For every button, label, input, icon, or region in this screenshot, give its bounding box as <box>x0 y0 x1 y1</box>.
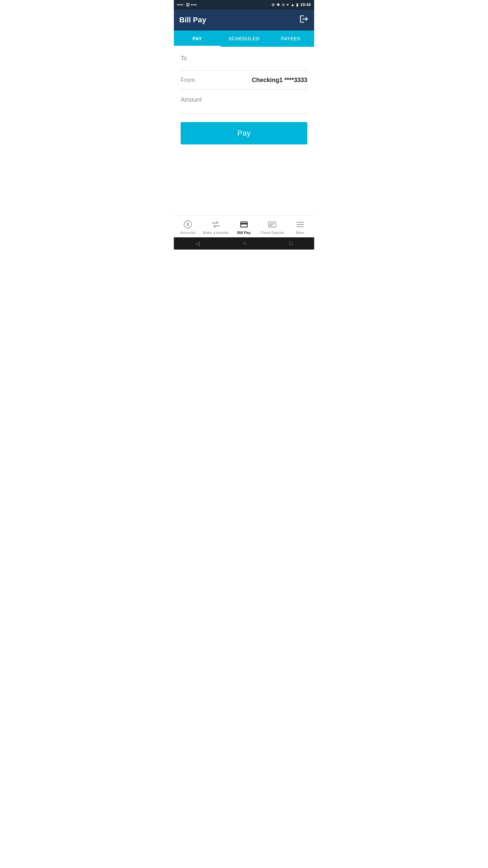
form-section: To From Checking1 ****3333 Amount <box>174 47 314 114</box>
more-label: More <box>296 231 304 235</box>
tab-scheduled[interactable]: SCHEDULED <box>221 31 267 47</box>
billpay-icon <box>240 220 248 229</box>
tab-bar: PAY SCHEDULED PAYEES <box>174 31 314 47</box>
to-field[interactable]: To <box>181 47 307 71</box>
photo-icon: 🖼 <box>186 3 190 7</box>
from-value: Checking1 ****3333 <box>252 77 307 84</box>
nav-checkdeposit[interactable]: Check Deposit <box>258 218 286 236</box>
billpay-label: Bill Pay <box>237 231 251 235</box>
signal-dots2 <box>191 4 197 5</box>
nav-accounts[interactable]: $ Accounts <box>174 218 202 236</box>
recent-button[interactable]: □ <box>289 240 293 246</box>
status-bar-left: 🖼 <box>177 3 197 7</box>
home-button[interactable]: ○ <box>243 240 246 246</box>
status-time: 10:44 <box>300 2 311 7</box>
status-bar-right: ⊕ ✱ ⊖ ▾ ▲ ▮ 10:44 <box>271 2 311 7</box>
system-bar: ◁ ○ □ <box>174 237 314 250</box>
from-field[interactable]: From Checking1 ****3333 <box>181 71 307 90</box>
checkdeposit-icon <box>268 220 277 229</box>
back-button[interactable]: ◁ <box>196 240 200 247</box>
svg-rect-2 <box>268 222 276 227</box>
signal-icon: ▲ <box>290 2 294 7</box>
status-bar: 🖼 ⊕ ✱ ⊖ ▾ ▲ ▮ 10:44 <box>174 0 314 9</box>
page-title: Bill Pay <box>179 16 206 24</box>
bottom-nav: $ Accounts Make a transfer Bill Pay <box>174 215 314 237</box>
wifi-icon: ▾ <box>287 2 289 7</box>
amount-field[interactable]: Amount <box>181 90 307 114</box>
nav-transfer[interactable]: Make a transfer <box>202 218 230 236</box>
accounts-label: Accounts <box>180 231 196 235</box>
battery-icon: ▮ <box>296 2 299 7</box>
nav-more[interactable]: More <box>286 218 314 236</box>
transfer-label: Make a transfer <box>203 231 229 235</box>
header: Bill Pay <box>174 9 314 31</box>
to-label: To <box>181 55 187 62</box>
amount-label: Amount <box>181 96 202 103</box>
svg-text:$: $ <box>187 222 189 227</box>
signal-dots <box>177 4 185 5</box>
from-label: From <box>181 77 195 84</box>
main-content: To From Checking1 ****3333 Amount Pay <box>174 47 314 215</box>
pay-button[interactable]: Pay <box>181 122 307 144</box>
minus-circle-icon: ⊖ <box>282 2 285 7</box>
checkdeposit-label: Check Deposit <box>260 231 284 235</box>
bluetooth-icon: ✱ <box>277 2 280 7</box>
tab-payees[interactable]: PAYEES <box>267 31 314 47</box>
accounts-icon: $ <box>183 220 192 229</box>
more-icon <box>296 220 305 229</box>
logout-icon[interactable] <box>299 14 309 26</box>
tab-pay[interactable]: PAY <box>174 31 221 47</box>
transfer-icon <box>211 220 220 229</box>
circle-plus-icon: ⊕ <box>271 2 275 7</box>
nav-billpay[interactable]: Bill Pay <box>230 218 258 236</box>
pay-button-container: Pay <box>174 114 314 153</box>
